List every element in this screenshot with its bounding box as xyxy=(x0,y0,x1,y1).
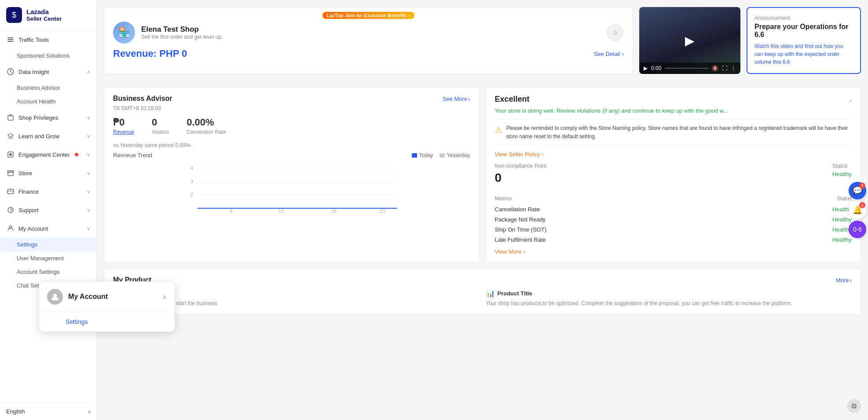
logo: $ Lazada Seller Center xyxy=(0,0,96,30)
video-play-small[interactable]: ▶ xyxy=(644,65,648,71)
main-content: LazTop Join for Exclusive Benefits › 🏪 E… xyxy=(97,0,868,420)
non-compliance: Non-compliance Point 0 xyxy=(495,163,546,185)
svg-text:2: 2 xyxy=(190,192,193,197)
widget-icon-btn[interactable]: 0-6 xyxy=(849,221,866,238)
sidebar-item-support[interactable]: Support ∨ xyxy=(0,201,96,219)
notification-icon-btn[interactable]: 🔔 1 xyxy=(849,201,866,219)
laztop-badge: LazTop Join for Exclusive Benefits › xyxy=(322,12,415,19)
finance-chevron: ∨ xyxy=(87,189,90,195)
shop-name: Elena Test Shop xyxy=(141,25,223,34)
language-chevron: › xyxy=(88,408,90,415)
video-controls: ▶ 0:00 🔇 ⛶ ⋮ xyxy=(639,63,740,74)
chat-icon-btn[interactable]: 💬 7 xyxy=(849,182,866,199)
sidebar: $ Lazada Seller Center Traffic Tools Spo… xyxy=(0,0,97,420)
sidebar-label-business-advisor: Business Advisor xyxy=(17,85,60,91)
sidebar-label-support: Support xyxy=(18,207,39,214)
video-card[interactable]: ▶ ▶ 0:00 🔇 ⛶ ⋮ xyxy=(639,7,740,74)
svg-text:23: 23 xyxy=(380,208,385,214)
sidebar-item-account-health[interactable]: Account Health xyxy=(0,95,96,108)
account-health-card: Excellent › Your store is doing well. Re… xyxy=(486,87,861,262)
shop-details: Elena Test Shop Sell the first order and… xyxy=(141,25,223,40)
product-title-row: 📊 Product Title xyxy=(486,289,852,298)
sidebar-label-account-health: Account Health xyxy=(17,98,55,105)
finance-icon xyxy=(6,187,15,196)
product-title-desc: Your shop has products to be optimized. … xyxy=(486,299,852,307)
shop-privileges-chevron: ∨ xyxy=(87,115,90,121)
store-icon xyxy=(6,169,15,177)
my-account-chevron: ∨ xyxy=(87,226,90,232)
legend-today: Today xyxy=(412,152,433,158)
svg-rect-0 xyxy=(7,37,14,38)
sidebar-item-shop-privileges[interactable]: Shop Privileges ∨ xyxy=(0,108,96,127)
video-play-button[interactable]: ▶ xyxy=(685,33,695,48)
ba-conversion: 0.00% Conversion Rate xyxy=(187,117,226,135)
chart-svg: 4 3 2 6 12 18 23 xyxy=(113,162,470,215)
laztop-text[interactable]: Join for Exclusive Benefits xyxy=(345,13,407,18)
more-arrow: › xyxy=(850,277,852,284)
legend-today-dot xyxy=(412,153,417,158)
sidebar-item-business-advisor[interactable]: Business Advisor xyxy=(0,81,96,95)
sidebar-item-engagement-center[interactable]: Engagement Center ∨ xyxy=(0,145,96,164)
chart-title: Revneue Trend xyxy=(113,152,152,158)
nc-status: Healthy xyxy=(832,171,852,177)
language-label: English xyxy=(6,408,25,415)
ba-see-more[interactable]: See More › xyxy=(443,96,470,102)
nc-value: 0 xyxy=(495,171,546,185)
svg-rect-2 xyxy=(7,41,14,42)
laztop-arrow: › xyxy=(409,13,410,18)
sidebar-item-my-account[interactable]: My Account ∨ xyxy=(0,219,96,238)
sidebar-item-store[interactable]: Store ∨ xyxy=(0,164,96,182)
sidebar-label-data-insight: Data Insight xyxy=(18,69,49,75)
my-account-settings-link[interactable]: Settings xyxy=(66,316,175,328)
ba-revenue-label[interactable]: Revenue xyxy=(113,129,134,135)
shop-revenue: Revenue: PHP 0 xyxy=(113,48,187,59)
shop-info: 🏪 Elena Test Shop Sell the first order a… xyxy=(113,22,624,44)
sidebar-label-my-account: My Account xyxy=(18,225,48,232)
sidebar-item-learn-and-grow[interactable]: Learn and Grow ∨ xyxy=(0,127,96,145)
widget-icon: 0-6 xyxy=(853,226,862,233)
product-header: My Product More › xyxy=(113,276,852,284)
sidebar-item-data-insight[interactable]: Data Insight ∧ xyxy=(0,63,96,81)
svg-point-10 xyxy=(53,294,57,297)
ba-revenue: ₱0 Revenue xyxy=(113,117,134,135)
legend-yesterday: Yesterday xyxy=(439,152,470,158)
sidebar-item-traffic-tools[interactable]: Traffic Tools xyxy=(0,30,96,49)
announcement-card: Announcement Prepare your Operations for… xyxy=(747,7,861,74)
video-fullscreen[interactable]: ⛶ xyxy=(722,65,727,71)
notification-badge: 1 xyxy=(859,202,865,208)
view-policy-link[interactable]: View Seller Policy › xyxy=(495,151,852,158)
warning-text: Please be reminded to comply with the St… xyxy=(506,124,852,141)
view-more-link[interactable]: View More › xyxy=(495,248,852,255)
sidebar-language[interactable]: English › xyxy=(0,403,96,420)
sidebar-item-finance[interactable]: Finance ∨ xyxy=(0,182,96,201)
see-detail-link[interactable]: See Detail › xyxy=(594,51,624,57)
sidebar-bottom: English › xyxy=(0,402,96,420)
metric-row-late: Late Fulfilment Rate Healthy xyxy=(495,235,852,245)
chart-container: 4 3 2 6 12 18 23 xyxy=(113,162,470,215)
video-volume[interactable]: 🔇 xyxy=(712,65,718,71)
sidebar-item-sponsored-solutions[interactable]: Sponsored Solutions xyxy=(0,49,96,63)
shop-coin: 0 xyxy=(606,24,624,41)
sidebar-sub-user-management[interactable]: User Management xyxy=(0,251,96,265)
svg-rect-1 xyxy=(7,39,14,40)
sidebar-sub-settings[interactable]: Settings xyxy=(0,238,96,251)
video-more[interactable]: ⋮ xyxy=(731,65,736,71)
logo-name: Lazada xyxy=(26,8,62,15)
my-account-popup-avatar xyxy=(47,289,63,305)
video-progress-bar[interactable] xyxy=(665,68,708,69)
ba-metrics: ₱0 Revenue 0 Visitors 0.00% Conversion R… xyxy=(113,117,470,135)
sidebar-label-learn-and-grow: Learn and Grow xyxy=(18,133,59,140)
svg-text:3: 3 xyxy=(190,179,193,184)
svg-text:4: 4 xyxy=(190,166,193,171)
sidebar-label-traffic-tools: Traffic Tools xyxy=(18,37,49,43)
health-chevron: › xyxy=(850,97,852,104)
my-account-popup-chevron[interactable]: ∧ xyxy=(162,293,167,300)
more-link[interactable]: More › xyxy=(836,277,852,284)
settings-gear-btn[interactable]: ⚙ xyxy=(847,399,861,413)
nc-row: Non-compliance Point 0 Status Healthy xyxy=(495,163,852,190)
my-account-popup-title: My Account xyxy=(68,293,162,301)
announcement-title: Announcement xyxy=(754,15,853,21)
sidebar-sub-account-settings[interactable]: Account Settings xyxy=(0,265,96,279)
data-insight-chevron: ∧ xyxy=(87,69,90,75)
svg-point-5 xyxy=(9,153,12,156)
